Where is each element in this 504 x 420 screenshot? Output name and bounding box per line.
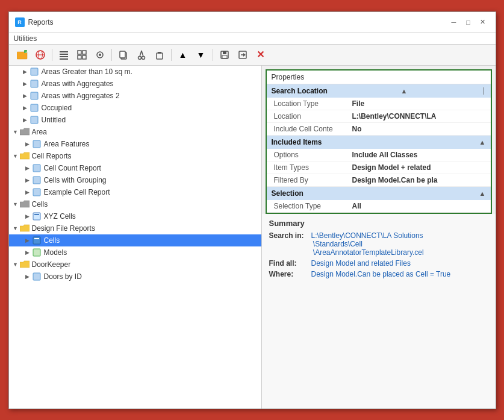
prop-value-item-types: Design Model + related xyxy=(352,163,431,172)
chevron-up-icon2: ▲ xyxy=(479,139,486,146)
expand-icon: ▶ xyxy=(23,188,32,196)
new-folder-btn[interactable]: + xyxy=(14,47,31,63)
svg-point-19 xyxy=(138,56,141,59)
svg-rect-32 xyxy=(31,80,38,87)
prop-row-location-type: Location Type File xyxy=(267,98,491,110)
paste-btn[interactable] xyxy=(151,47,168,63)
properties-title: Properties xyxy=(267,71,491,84)
tree-item-occupied[interactable]: ▶ Occupied xyxy=(9,102,261,114)
prop-key: Item Types xyxy=(274,163,352,172)
svg-rect-11 xyxy=(78,51,81,54)
tree-item-design-file-reports[interactable]: ▼ Design File Reports xyxy=(9,222,261,234)
summary-row-where: Where: Design Model.Can be placed as Cel… xyxy=(269,270,488,278)
close-button[interactable]: ✕ xyxy=(476,16,490,29)
tree-panel: ▶ Areas Greater than 10 sq m. ▶ Areas wi… xyxy=(9,66,262,409)
tree-label: DoorKeeper xyxy=(32,260,71,269)
svg-rect-1 xyxy=(17,52,21,54)
folder-yellow-icon xyxy=(20,151,30,161)
svg-rect-31 xyxy=(31,68,38,75)
summary-key-find-all: Find all: xyxy=(269,259,311,268)
tree-item-areas-greater[interactable]: ▶ Areas Greater than 10 sq m. xyxy=(9,66,261,78)
tree-item-cell-reports[interactable]: ▼ Cell Reports xyxy=(9,150,261,162)
globe-btn[interactable] xyxy=(32,47,49,63)
menu-bar: Utilities xyxy=(9,33,496,45)
tree-item-cell-count[interactable]: ▶ Cell Count Report xyxy=(9,162,261,174)
tree-item-cells-folder[interactable]: ▼ Cells xyxy=(9,198,261,210)
tree-item-example-cell[interactable]: ▶ Example Cell Report xyxy=(9,186,261,198)
tree-label: Occupied xyxy=(42,104,72,112)
tree-item-doorkeeper[interactable]: ▼ DoorKeeper xyxy=(9,259,261,271)
report-icon xyxy=(32,187,42,197)
sep4 xyxy=(213,49,213,61)
tree-item-untitled[interactable]: ▶ Untitled xyxy=(9,114,261,126)
svg-rect-18 xyxy=(120,51,125,58)
section-selection[interactable]: Selection ▲ xyxy=(267,187,491,200)
tree-label: Models xyxy=(44,248,67,257)
tree-item-areas-aggregates[interactable]: ▶ Areas with Aggregates xyxy=(9,78,261,90)
tree-item-models[interactable]: ▶ Models xyxy=(9,246,261,259)
save-btn[interactable] xyxy=(216,47,233,63)
tree-label: Cells xyxy=(32,200,48,208)
chevron-up-icon: ▲ xyxy=(401,87,408,95)
minimize-button[interactable]: ─ xyxy=(447,16,461,29)
up-btn[interactable]: ▲ xyxy=(175,47,191,63)
copy-btn[interactable] xyxy=(115,47,132,63)
cells-report-icon xyxy=(32,236,42,245)
svg-rect-13 xyxy=(78,55,81,59)
svg-point-20 xyxy=(142,56,145,59)
section-search-location-label: Search Location xyxy=(272,87,328,95)
prop-key: Include Cell Conte xyxy=(274,125,352,133)
tree-item-area-features[interactable]: ▶ Area Features xyxy=(9,138,261,150)
prop-key: Selection Type xyxy=(274,202,352,210)
tree-item-doors-by-id[interactable]: ▶ Doors by ID xyxy=(9,271,261,283)
report-icon xyxy=(32,272,42,281)
export-btn[interactable] xyxy=(234,47,251,63)
expand-icon: ▶ xyxy=(21,104,30,112)
delete-btn[interactable]: ✕ xyxy=(252,47,269,63)
cut-btn[interactable] xyxy=(133,47,150,63)
cells-icon xyxy=(32,212,42,221)
svg-line-22 xyxy=(142,51,143,57)
prop-key: Location Type xyxy=(274,99,352,108)
expand-icon: ▶ xyxy=(21,67,30,76)
prop-row-selection-type: Selection Type All xyxy=(267,200,491,213)
svg-rect-23 xyxy=(157,53,163,59)
list-btn[interactable] xyxy=(55,47,72,63)
report-icon xyxy=(32,175,42,185)
window-title: Reports xyxy=(28,18,54,27)
window-icon: R xyxy=(15,17,25,27)
expand-icon: ▶ xyxy=(23,236,32,245)
expand-icon: ▼ xyxy=(11,128,20,136)
menu-utilities[interactable]: Utilities xyxy=(14,34,37,43)
tree-label: Untitled xyxy=(42,116,66,124)
prop-row-options: Options Include All Classes xyxy=(267,149,491,161)
tree-item-xyz-cells[interactable]: ▶ XYZ Cells xyxy=(9,210,261,222)
maximize-button[interactable]: □ xyxy=(462,16,475,29)
svg-rect-37 xyxy=(33,165,40,172)
svg-rect-9 xyxy=(60,56,68,57)
expand-icon: ▶ xyxy=(23,176,32,184)
tree-item-areas-aggregates-2[interactable]: ▶ Areas with Aggregates 2 xyxy=(9,90,261,102)
tree-item-cells-grouping[interactable]: ▶ Cells with Grouping xyxy=(9,174,261,186)
title-buttons: ─ □ ✕ xyxy=(447,16,490,29)
tree-label: Design File Reports xyxy=(32,224,95,233)
tree-label: Cell Reports xyxy=(32,152,72,160)
summary-value-search-in: L:\Bentley\CONNECT\LA Solutions \Standar… xyxy=(311,231,424,257)
folder-gray-icon xyxy=(20,127,30,137)
tree-label: XYZ Cells xyxy=(44,212,76,221)
section-search-location[interactable]: Search Location ▲ │ xyxy=(267,84,491,98)
down-btn[interactable]: ▼ xyxy=(193,47,210,63)
expand-icon: ▶ xyxy=(21,116,30,124)
report-icon xyxy=(30,91,39,101)
tool-btn[interactable] xyxy=(92,47,108,63)
tree-item-area[interactable]: ▼ Area xyxy=(9,126,261,138)
properties-container: Properties Search Location ▲ │ Location … xyxy=(266,69,492,214)
sep3 xyxy=(171,49,172,61)
section-included-items[interactable]: Included Items ▲ xyxy=(267,136,491,149)
svg-rect-43 xyxy=(34,238,39,239)
summary-key-search-in: Search in: xyxy=(269,231,311,240)
grid-btn[interactable] xyxy=(73,47,90,63)
tree-item-cells-selected[interactable]: ▶ Cells xyxy=(9,234,261,246)
summary-row-find-all: Find all: Design Model and related Files xyxy=(269,259,488,268)
folder-gray-icon xyxy=(20,199,30,209)
